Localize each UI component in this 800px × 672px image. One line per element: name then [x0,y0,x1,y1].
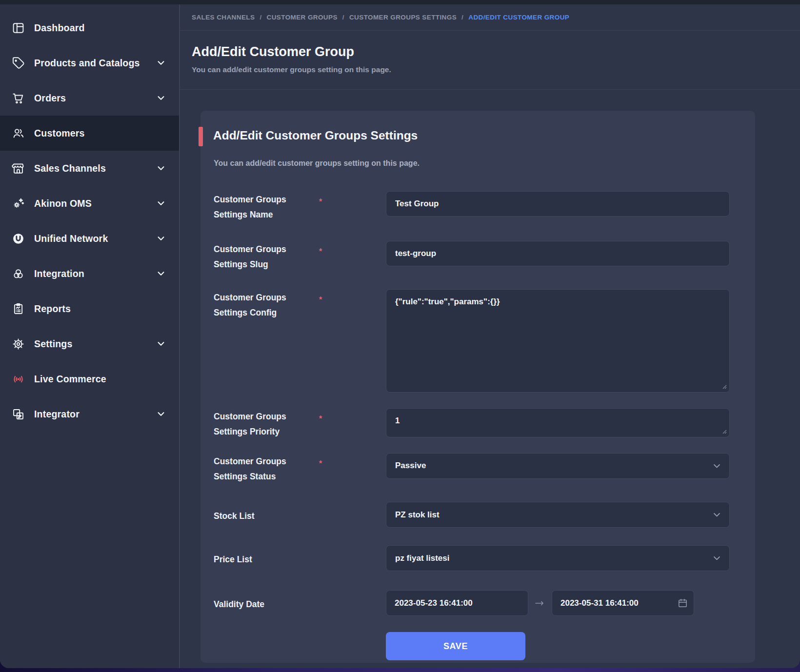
sidebar-item-live-commerce[interactable]: Live Commerce [0,361,179,396]
status-select[interactable]: Passive [386,453,730,479]
stock-list-label: Stock List [214,502,306,524]
arrow-right-icon [528,600,552,607]
card-title: Add/Edit Customer Groups Settings [200,111,755,142]
chevron-down-icon [157,269,165,278]
sidebar: Dashboard Products and Catalogs Orders [0,4,180,668]
config-textarea[interactable]: {"rule":"true","params":{}} [386,289,730,393]
overlap-squares-icon [12,408,28,421]
sidebar-item-label: Akinon OMS [34,198,92,209]
slug-label: Customer Groups Settings Slug [214,241,306,272]
dashboard-icon [12,21,28,35]
breadcrumb-customer-groups[interactable]: CUSTOMER GROUPS [267,14,338,21]
sidebar-item-label: Integrator [34,409,80,420]
breadcrumb: SALES CHANNELS / CUSTOMER GROUPS / CUSTO… [180,4,800,31]
chevron-down-icon [712,510,721,519]
required-marker: * [319,289,322,304]
unified-network-icon [12,232,28,245]
gear-icon [12,337,28,351]
price-list-label: Price List [214,545,306,567]
sidebar-item-settings[interactable]: Settings [0,326,179,361]
breadcrumb-separator: / [260,14,261,21]
resize-handle-icon[interactable] [721,429,727,434]
price-list-select[interactable]: pz fiyat listesi [386,545,730,571]
app-window: Dashboard Products and Catalogs Orders [0,0,800,668]
sidebar-item-unified-network[interactable]: Unified Network [0,221,179,256]
chevron-down-icon [712,553,721,563]
tag-icon [12,57,28,70]
store-icon [12,162,28,175]
validity-start-input[interactable]: 2023-05-23 16:41:00 [386,590,528,616]
sidebar-menu: Dashboard Products and Catalogs Orders [0,4,179,432]
page-header: Add/Edit Customer Group You can add/edit… [180,31,800,90]
sidebar-item-akinon-oms[interactable]: Akinon OMS [0,186,179,221]
sidebar-item-reports[interactable]: Reports [0,291,179,326]
breadcrumb-sales-channels[interactable]: SALES CHANNELS [192,14,255,21]
users-icon [12,127,28,140]
settings-card: Add/Edit Customer Groups Settings You ca… [200,111,755,663]
sidebar-item-integration[interactable]: Integration [0,256,179,291]
sidebar-item-label: Settings [34,338,73,350]
sidebar-item-sales-channels[interactable]: Sales Channels [0,151,179,186]
sidebar-item-label: Live Commerce [34,374,106,385]
chevron-down-icon [157,199,165,208]
required-marker: * [319,241,322,256]
form-row-price-list: Price List pz fiyat listesi [200,545,755,571]
form-row-name: Customer Groups Settings Name * [200,191,755,222]
page-subtitle: You can add/edit customer groups setting… [192,65,788,75]
breadcrumb-customer-groups-settings[interactable]: CUSTOMER GROUPS SETTINGS [349,14,457,21]
form-row-status: Customer Groups Settings Status * Passiv… [200,453,755,484]
sidebar-item-label: Reports [34,303,71,315]
calendar-icon[interactable] [678,598,688,608]
breadcrumb-separator: / [342,14,344,21]
window-top-strip [0,0,800,4]
main-content: SALES CHANNELS / CUSTOMER GROUPS / CUSTO… [180,4,800,668]
stock-list-select[interactable]: PZ stok list [386,502,730,528]
card-accent-bar [199,127,203,146]
chevron-down-icon [157,234,165,243]
required-marker: * [319,453,322,468]
validity-end-input[interactable]: 2023-05-31 16:41:00 [552,590,694,616]
breadcrumb-separator: / [461,14,463,21]
form-row-slug: Customer Groups Settings Slug * [200,241,755,272]
venn-icon [12,267,28,280]
priority-textarea[interactable]: 1 [386,408,730,437]
chevron-down-icon [712,461,721,471]
name-input[interactable] [386,191,730,217]
chevron-down-icon [157,339,165,348]
validity-date-label: Validity Date [214,590,306,612]
required-marker: * [319,408,322,423]
form-row-validity-date: Validity Date 2023-05-23 16:41:00 2023-0… [200,590,755,616]
sidebar-item-label: Customers [34,128,85,139]
chevron-down-icon [157,410,165,418]
sidebar-item-products-and-catalogs[interactable]: Products and Catalogs [0,45,179,80]
status-label: Customer Groups Settings Status [214,453,306,484]
chevron-down-icon [157,164,165,173]
form-row-stock-list: Stock List PZ stok list [200,502,755,528]
cart-icon [12,92,28,105]
stock-list-select-value: PZ stok list [395,510,440,520]
validity-date-range: 2023-05-23 16:41:00 2023-05-31 16:41:00 [386,590,694,616]
resize-handle-icon[interactable] [721,384,727,389]
sidebar-item-integrator[interactable]: Integrator [0,396,179,432]
chevron-down-icon [157,59,165,67]
form-row-config: Customer Groups Settings Config * {"rule… [200,289,755,393]
sidebar-item-label: Integration [34,268,84,279]
form-row-priority: Customer Groups Settings Priority * 1 [200,408,755,439]
sidebar-item-label: Dashboard [34,22,85,34]
sidebar-item-dashboard[interactable]: Dashboard [0,10,179,45]
sidebar-item-customers[interactable]: Customers [0,116,179,151]
priority-label: Customer Groups Settings Priority [214,408,306,439]
chevron-down-icon [157,94,165,102]
status-select-value: Passive [395,461,426,471]
page-title: Add/Edit Customer Group [192,44,788,59]
config-label: Customer Groups Settings Config [214,289,306,320]
save-button[interactable]: SAVE [386,632,525,660]
name-label: Customer Groups Settings Name [214,191,306,222]
customer-group-form: Customer Groups Settings Name * Customer… [200,191,755,660]
required-marker: * [319,191,322,206]
sidebar-item-label: Orders [34,93,66,104]
sidebar-item-label: Products and Catalogs [34,58,140,69]
sidebar-item-orders[interactable]: Orders [0,80,179,116]
form-row-save: SAVE [200,616,755,660]
slug-input[interactable] [386,241,730,266]
